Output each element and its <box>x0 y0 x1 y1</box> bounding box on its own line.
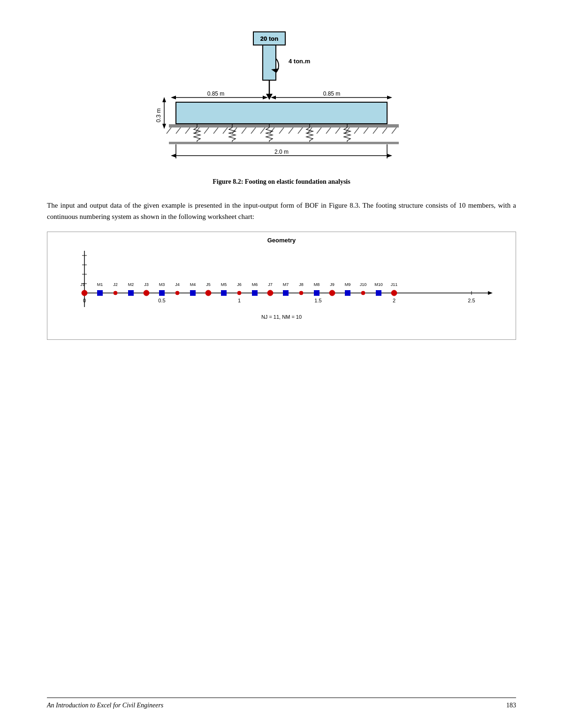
svg-point-76 <box>82 290 87 296</box>
svg-marker-45 <box>263 96 268 99</box>
svg-point-80 <box>329 290 335 296</box>
dim-right-label: 0.85 m <box>323 90 341 97</box>
svg-point-83 <box>175 291 179 295</box>
geometry-chart: Geometry 0 0.5 1 1.5 2 2.5 <box>47 232 516 340</box>
svg-line-11 <box>204 128 209 134</box>
svg-line-15 <box>242 128 246 134</box>
svg-text:J1: J1 <box>80 282 85 287</box>
svg-text:M10: M10 <box>374 282 383 287</box>
svg-text:M9: M9 <box>345 282 351 287</box>
svg-marker-47 <box>271 96 276 99</box>
svg-marker-54 <box>387 154 392 158</box>
dim-height-label: 0.3 m <box>155 108 162 122</box>
svg-text:J7: J7 <box>268 282 273 287</box>
svg-rect-93 <box>283 290 289 296</box>
svg-line-7 <box>167 128 171 134</box>
svg-rect-88 <box>128 290 134 296</box>
svg-text:M1: M1 <box>97 282 103 287</box>
svg-text:20 ton: 20 ton <box>260 35 278 42</box>
svg-point-78 <box>205 290 211 296</box>
svg-line-13 <box>223 128 228 134</box>
svg-line-8 <box>176 128 181 134</box>
svg-text:2: 2 <box>393 298 396 303</box>
svg-rect-6 <box>169 124 399 128</box>
svg-text:0.5: 0.5 <box>158 298 165 303</box>
svg-line-16 <box>251 128 256 134</box>
svg-marker-3 <box>266 94 273 100</box>
svg-line-23 <box>317 128 321 134</box>
svg-marker-53 <box>171 154 176 158</box>
svg-point-86 <box>361 291 365 295</box>
svg-text:M7: M7 <box>283 282 289 287</box>
svg-marker-60 <box>488 291 493 295</box>
svg-text:J3: J3 <box>144 282 149 287</box>
svg-line-31 <box>392 128 396 134</box>
footer-left-text: An Introduction to Excel for Civil Engin… <box>47 702 163 709</box>
svg-rect-87 <box>97 290 103 296</box>
svg-line-25 <box>335 128 340 134</box>
svg-text:J2: J2 <box>113 282 118 287</box>
svg-marker-48 <box>387 96 392 99</box>
dim-bottom-label: 2.0 m <box>274 149 289 155</box>
svg-line-9 <box>185 128 190 134</box>
svg-line-24 <box>326 128 331 134</box>
svg-rect-95 <box>345 290 350 296</box>
footer: An Introduction to Excel for Civil Engin… <box>47 698 516 709</box>
svg-point-81 <box>391 290 397 296</box>
figure-container: 20 ton 4 ton.m <box>47 28 516 186</box>
svg-line-28 <box>364 128 368 134</box>
svg-rect-92 <box>252 290 258 296</box>
svg-text:M5: M5 <box>221 282 227 287</box>
svg-text:M6: M6 <box>252 282 258 287</box>
svg-marker-51 <box>162 124 166 129</box>
moment-label: 4 ton.m <box>289 58 310 65</box>
svg-point-84 <box>237 291 241 295</box>
svg-line-12 <box>213 128 218 134</box>
svg-line-19 <box>279 128 284 134</box>
svg-text:1.5: 1.5 <box>314 298 321 303</box>
svg-text:1: 1 <box>238 298 241 303</box>
svg-text:2.5: 2.5 <box>468 298 475 303</box>
svg-line-27 <box>354 128 359 134</box>
svg-text:M4: M4 <box>190 282 196 287</box>
svg-line-20 <box>289 128 293 134</box>
svg-line-29 <box>373 128 378 134</box>
svg-text:NJ = 11, NM = 10: NJ = 11, NM = 10 <box>261 314 302 320</box>
svg-text:J4: J4 <box>175 282 180 287</box>
hatch-marks <box>167 128 396 134</box>
structural-diagram: 20 ton 4 ton.m <box>150 28 413 173</box>
svg-point-79 <box>267 290 273 296</box>
svg-line-21 <box>298 128 303 134</box>
svg-rect-91 <box>221 290 227 296</box>
svg-point-85 <box>299 291 303 295</box>
geometry-svg: 0 0.5 1 1.5 2 2.5 <box>54 246 509 330</box>
svg-text:J11: J11 <box>391 282 398 287</box>
svg-line-30 <box>382 128 387 134</box>
svg-rect-96 <box>376 290 381 296</box>
body-paragraph: The input and output data of the given e… <box>47 200 516 222</box>
svg-text:J10: J10 <box>360 282 367 287</box>
svg-rect-89 <box>159 290 165 296</box>
chart-title: Geometry <box>54 237 509 244</box>
svg-rect-1 <box>263 45 276 80</box>
svg-text:J9: J9 <box>330 282 335 287</box>
svg-point-82 <box>114 291 117 295</box>
svg-rect-90 <box>190 290 196 296</box>
svg-point-77 <box>144 290 149 296</box>
dim-left-label: 0.85 m <box>207 90 225 97</box>
page: 20 ton 4 ton.m <box>0 0 563 728</box>
figure-caption: Figure 8.2: Footing on elastic foundatio… <box>213 178 350 186</box>
svg-marker-50 <box>162 97 166 102</box>
svg-text:M2: M2 <box>128 282 134 287</box>
svg-text:J5: J5 <box>206 282 211 287</box>
svg-text:0: 0 <box>83 298 86 303</box>
svg-line-17 <box>260 128 265 134</box>
svg-rect-94 <box>314 290 320 296</box>
svg-rect-5 <box>176 102 387 124</box>
footer-page-number: 183 <box>506 702 516 709</box>
svg-text:M8: M8 <box>314 282 320 287</box>
svg-text:J6: J6 <box>237 282 242 287</box>
svg-text:M3: M3 <box>159 282 165 287</box>
svg-text:J8: J8 <box>299 282 304 287</box>
svg-marker-44 <box>171 96 176 99</box>
